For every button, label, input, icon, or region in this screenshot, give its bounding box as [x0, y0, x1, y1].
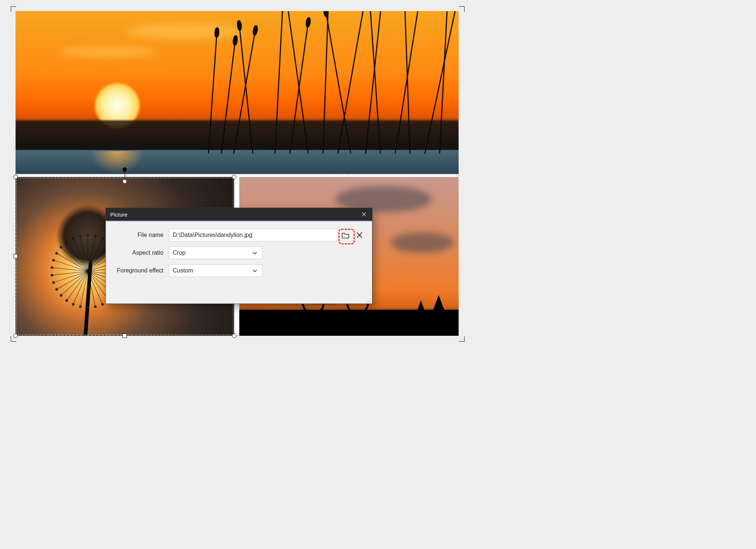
image-sunset-reeds[interactable] [16, 11, 459, 174]
rotation-stem [125, 172, 125, 179]
dialog-titlebar[interactable]: Picture [106, 208, 372, 221]
file-name-label: File name [106, 232, 169, 238]
file-name-input[interactable] [169, 229, 337, 241]
aspect-ratio-label: Aspect ratio [106, 250, 169, 256]
chevron-down-icon [253, 250, 257, 256]
dialog-resize-grip[interactable] [366, 298, 371, 303]
resize-handle-s[interactable] [122, 334, 127, 338]
svg-line-5 [370, 302, 371, 302]
close-icon[interactable] [360, 211, 368, 218]
aspect-ratio-value: Crop [173, 250, 186, 256]
aspect-ratio-select[interactable]: Crop [169, 247, 263, 259]
rotation-handle[interactable] [122, 167, 127, 172]
resize-handle-se[interactable] [232, 334, 236, 338]
dialog-title: Picture [110, 211, 128, 218]
resize-handle-sw[interactable] [13, 334, 18, 338]
resize-handle-n[interactable] [122, 179, 127, 184]
chevron-down-icon [253, 267, 257, 274]
picture-dialog: Picture File name Aspect [105, 208, 372, 304]
resize-handle-w[interactable] [13, 254, 18, 258]
resize-handle-ne[interactable] [232, 175, 236, 179]
resize-handle-nw[interactable] [13, 175, 18, 179]
crop-mark [459, 336, 465, 342]
layout-canvas[interactable]: Picture File name Aspect [0, 0, 756, 549]
foreground-effect-select[interactable]: Custom [169, 264, 263, 277]
crop-mark [459, 6, 465, 12]
foreground-effect-value: Custom [173, 267, 193, 274]
foreground-effect-label: Foreground effect [106, 267, 169, 274]
browse-folder-button[interactable] [340, 229, 351, 241]
clear-file-button[interactable] [354, 229, 365, 241]
